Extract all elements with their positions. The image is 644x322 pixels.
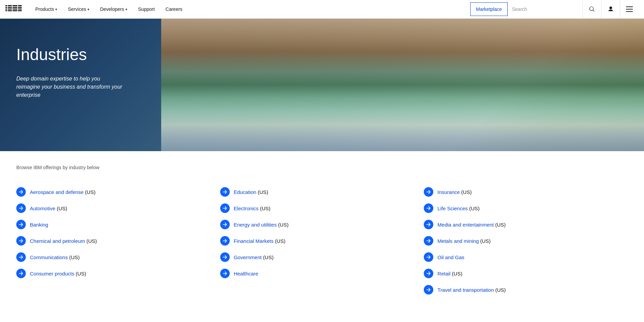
industry-name: Insurance (US) [437,189,472,195]
industry-item[interactable]: Media and entertainment (US) [424,216,628,233]
hero-subtitle: Deep domain expertise to help you reimag… [16,75,125,99]
svg-rect-7 [8,10,12,11]
industry-qualifier: (US) [494,287,506,293]
industry-item[interactable]: Automotive (US) [16,200,220,216]
industry-item[interactable]: Education (US) [220,184,424,200]
search-input[interactable] [508,6,583,12]
arrow-circle-icon [220,203,230,213]
industry-qualifier: (US) [277,222,288,228]
svg-rect-9 [13,7,17,8]
industry-item[interactable]: Consumer products (US) [16,265,220,282]
industry-name: Travel and transportation (US) [437,287,506,293]
nav-developers[interactable]: Developers ▾ [95,0,133,19]
arrow-circle-icon [424,203,433,213]
content-section: Browse IBM offerings by industry below A… [0,151,644,311]
arrow-circle-icon [16,187,26,197]
svg-rect-14 [18,8,22,10]
svg-rect-6 [8,8,12,10]
chevron-down-icon: ▾ [126,7,127,11]
arrow-circle-icon [220,236,230,246]
arrow-circle-icon [424,285,433,294]
arrow-circle-icon [220,269,230,278]
arrow-circle-icon [424,187,433,197]
industry-item[interactable]: Oil and Gas [424,249,628,265]
industry-qualifier: (US) [494,222,506,228]
industry-item[interactable]: Life Sciences (US) [424,200,628,216]
industry-name: Life Sciences (US) [437,205,479,211]
hero-title: Industries [16,46,125,64]
industry-item[interactable]: Communications (US) [16,249,220,265]
industry-qualifier: (US) [74,271,86,276]
industry-item[interactable]: Retail (US) [424,265,628,282]
svg-rect-18 [626,11,633,12]
industry-item[interactable]: Metals and mining (US) [424,233,628,249]
nav-items: Products ▾ Services ▾ Developers ▾ Suppo… [30,0,470,19]
industry-name: Healthcare [234,271,259,276]
user-button[interactable] [601,0,620,19]
industry-name: Consumer products (US) [30,271,86,276]
arrow-circle-icon [424,236,433,246]
svg-rect-12 [18,5,22,6]
hero-content: Industries Deep domain expertise to help… [16,46,125,99]
industry-name: Retail (US) [437,271,462,276]
industry-name: Education (US) [234,189,268,195]
industry-name: Media and entertainment (US) [437,222,506,228]
nav-support[interactable]: Support [133,0,160,19]
industry-column-2: Education (US)Electronics (US)Energy and… [220,184,424,298]
svg-rect-11 [13,10,17,11]
arrow-circle-icon [424,269,433,278]
industry-qualifier: (US) [273,238,285,244]
industry-name: Automotive (US) [30,205,67,211]
svg-rect-2 [5,8,7,10]
arrow-circle-icon [220,187,230,197]
svg-rect-5 [8,7,12,8]
search-container [508,0,639,19]
industry-item[interactable]: Electronics (US) [220,200,424,216]
nav-services[interactable]: Services ▾ [62,0,95,19]
arrow-circle-icon [16,252,26,262]
industry-name: Energy and utilities (US) [234,222,289,228]
industry-column-3: Insurance (US)Life Sciences (US)Media an… [424,184,628,298]
hero-image [161,19,644,151]
browse-label: Browse IBM offerings by industry below [16,165,628,170]
hamburger-icon [626,6,633,12]
menu-button[interactable] [620,0,639,19]
industry-name: Financial Markets (US) [234,238,286,244]
industry-qualifier: (US) [55,205,67,211]
ibm-logo[interactable] [5,5,22,13]
industry-item[interactable]: Chemical and petroleum (US) [16,233,220,249]
industry-item[interactable]: Healthcare [220,265,424,282]
hero-section: Industries Deep domain expertise to help… [0,19,644,151]
nav-products[interactable]: Products ▾ [30,0,62,19]
arrow-circle-icon [220,220,230,229]
industry-item[interactable]: Aerospace and defense (US) [16,184,220,200]
industry-qualifier: (US) [259,205,270,211]
industry-name: Government (US) [234,254,274,260]
marketplace-button[interactable]: Marketplace [470,2,508,16]
svg-rect-10 [13,8,17,10]
industry-name: Oil and Gas [437,254,464,260]
svg-rect-8 [13,5,17,6]
industry-qualifier: (US) [460,189,472,195]
chevron-down-icon: ▾ [88,7,89,11]
industry-name: Metals and mining (US) [437,238,491,244]
svg-rect-4 [8,5,12,6]
industry-item[interactable]: Financial Markets (US) [220,233,424,249]
industry-qualifier: (US) [479,238,491,244]
industry-item[interactable]: Insurance (US) [424,184,628,200]
industry-name: Communications (US) [30,254,80,260]
svg-rect-0 [5,5,7,6]
industry-item[interactable]: Banking [16,216,220,233]
industry-name: Electronics (US) [234,205,270,211]
arrow-circle-icon [220,252,230,262]
arrow-circle-icon [16,269,26,278]
industry-qualifier: (US) [451,271,462,276]
industry-item[interactable]: Energy and utilities (US) [220,216,424,233]
svg-rect-3 [5,10,7,11]
industry-item[interactable]: Government (US) [220,249,424,265]
svg-rect-16 [626,6,633,7]
nav-careers[interactable]: Careers [160,0,188,19]
arrow-circle-icon [16,236,26,246]
search-button[interactable] [583,0,601,19]
industry-item[interactable]: Travel and transportation (US) [424,282,628,298]
